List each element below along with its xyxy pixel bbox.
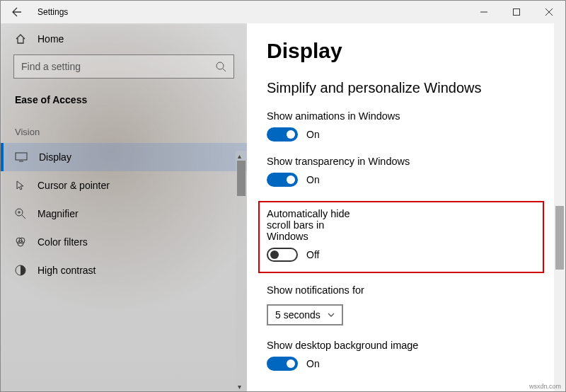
high-contrast-icon [15, 265, 26, 276]
toggle-hide-scrollbars[interactable] [267, 248, 298, 262]
svg-line-3 [223, 69, 226, 71]
sidebar-item-colorfilters[interactable]: Color filters [1, 228, 247, 256]
sidebar-scrollbar[interactable]: ▴ ▾ [236, 151, 247, 391]
main-area: Home Find a setting Ease of Access Visio… [1, 23, 565, 391]
setting-label: Show desktop background image [267, 340, 544, 351]
sidebar: Home Find a setting Ease of Access Visio… [1, 23, 247, 391]
sidebar-item-magnifier[interactable]: Magnifier [1, 200, 247, 228]
svg-rect-1 [514, 9, 520, 16]
sidebar-item-label: Display [39, 151, 71, 163]
close-button[interactable] [533, 1, 565, 23]
category-header: Ease of Access [1, 84, 247, 108]
toggle-state: On [306, 358, 320, 369]
svg-rect-4 [16, 153, 27, 160]
minimize-button[interactable] [468, 1, 500, 23]
search-icon [215, 61, 226, 72]
highlighted-setting: Automatically hide scroll bars in Window… [258, 201, 544, 273]
page-title: Display [267, 39, 544, 63]
toggle-state: Off [306, 249, 319, 260]
sidebar-item-label: High contrast [37, 265, 96, 276]
scrollbar-thumb[interactable] [237, 161, 246, 196]
chevron-down-icon [328, 313, 335, 317]
sidebar-item-label: Cursor & pointer [37, 180, 110, 191]
setting-notifications: Show notifications for 5 seconds [267, 284, 544, 325]
svg-line-7 [22, 215, 25, 219]
search-input[interactable]: Find a setting [13, 54, 234, 79]
section-label-vision: Vision [1, 108, 247, 143]
sidebar-item-label: Magnifier [37, 208, 79, 219]
back-arrow-icon [11, 6, 23, 18]
window-controls [468, 1, 565, 23]
dropdown-value: 5 seconds [275, 309, 320, 321]
setting-label: Automatically hide scroll bars in Window… [267, 208, 359, 242]
scroll-up-icon: ▴ [238, 152, 245, 159]
setting-label: Show notifications for [267, 284, 544, 296]
maximize-button[interactable] [500, 1, 533, 23]
magnifier-icon [15, 208, 26, 219]
display-icon [15, 152, 28, 162]
close-icon [545, 8, 553, 16]
content-pane: Display Simplify and personalize Windows… [247, 23, 565, 391]
toggle-knob [287, 175, 295, 184]
section-title: Simplify and personalize Windows [267, 80, 544, 96]
setting-hide-scrollbars: Automatically hide scroll bars in Window… [267, 208, 359, 262]
color-filters-icon [15, 236, 26, 248]
scroll-down-icon: ▾ [238, 383, 245, 390]
toggle-animations[interactable] [267, 127, 298, 142]
svg-point-2 [216, 62, 224, 69]
minimize-icon [480, 8, 487, 16]
content-scrollbar[interactable] [554, 23, 565, 391]
back-button[interactable] [1, 1, 33, 23]
setting-desktop-bg: Show desktop background image On [267, 340, 544, 371]
cursor-icon [15, 180, 26, 191]
toggle-state: On [306, 129, 320, 140]
window-title: Settings [33, 7, 68, 17]
maximize-icon [513, 8, 520, 16]
sidebar-item-label: Color filters [37, 236, 88, 248]
setting-label: Show animations in Windows [267, 110, 544, 122]
toggle-desktop-bg[interactable] [267, 357, 298, 371]
setting-label: Show transparency in Windows [267, 156, 544, 167]
scrollbar-thumb[interactable] [555, 206, 564, 270]
toggle-knob [270, 250, 279, 259]
toggle-transparency[interactable] [267, 173, 298, 187]
sidebar-item-display[interactable]: Display [1, 143, 247, 171]
home-icon [15, 33, 26, 45]
setting-transparency: Show transparency in Windows On [267, 156, 544, 187]
search-placeholder: Find a setting [21, 61, 215, 72]
notifications-dropdown[interactable]: 5 seconds [267, 304, 343, 325]
sidebar-item-cursor[interactable]: Cursor & pointer [1, 171, 247, 200]
titlebar: Settings [1, 1, 565, 23]
home-label: Home [37, 33, 64, 45]
sidebar-item-highcontrast[interactable]: High contrast [1, 256, 247, 284]
home-link[interactable]: Home [1, 23, 247, 54]
toggle-knob [287, 359, 295, 368]
toggle-knob [287, 130, 295, 139]
setting-animations: Show animations in Windows On [267, 110, 544, 142]
watermark: wsxdn.com [529, 383, 561, 390]
toggle-state: On [306, 174, 320, 185]
